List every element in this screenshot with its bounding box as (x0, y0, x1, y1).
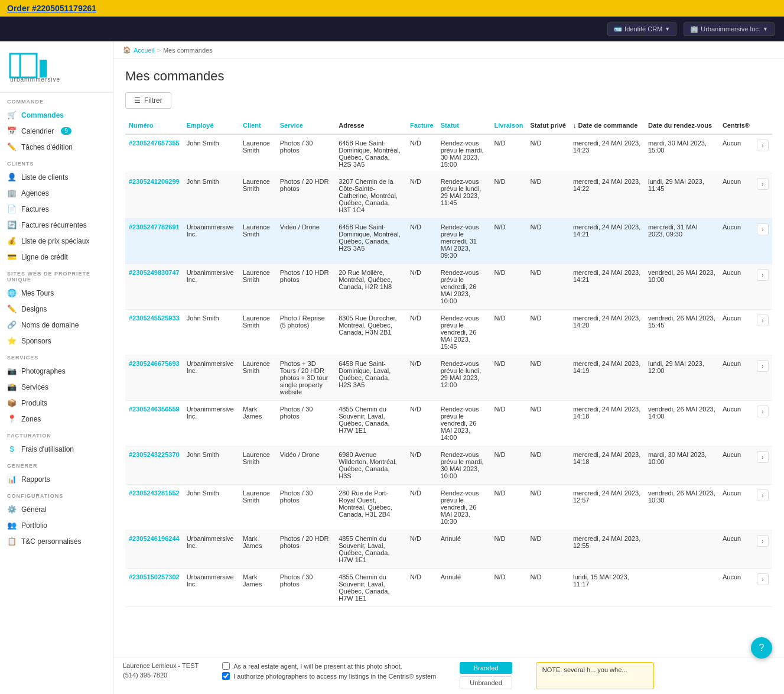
row-arrow-button[interactable]: › (757, 140, 769, 151)
sidebar-item-agences[interactable]: 🏢 Agences (0, 185, 113, 201)
sidebar-item-liste-prix[interactable]: 💰 Liste de prix spéciaux (0, 233, 113, 249)
sidebar: urbanimmersive COMMANDE 🛒 Commandes 📅 Ca… (0, 41, 113, 694)
row-arrow-button[interactable]: › (757, 360, 769, 372)
sidebar-item-factures-recurrentes[interactable]: 🔄 Factures récurrentes (0, 217, 113, 233)
sidebar-item-liste-clients[interactable]: 👤 Liste de clients (0, 169, 113, 185)
row-arrow-button[interactable]: › (757, 535, 769, 547)
row-arrow-button[interactable]: › (757, 406, 769, 417)
sidebar-item-commandes[interactable]: 🛒 Commandes (0, 107, 113, 123)
cell-service: Photos / 30 photos (276, 134, 335, 173)
cell-service: Photos / 30 photos (276, 485, 335, 530)
sidebar-item-mes-tours[interactable]: 🌐 Mes Tours (0, 285, 113, 301)
table-row: #2305247782691Urbanimmersive Inc.Laurenc… (125, 219, 772, 264)
cell-statut-prive: N/D (526, 173, 570, 219)
sidebar-item-frais[interactable]: $ Frais d'utilisation (0, 441, 113, 457)
row-arrow-button[interactable]: › (757, 223, 769, 235)
sidebar-item-rapports[interactable]: 📊 Rapports (0, 471, 113, 487)
sidebar-item-general[interactable]: ⚙️ Général (0, 501, 113, 517)
cell-date-rdv: lundi, 29 MAI 2023, 12:00 (645, 355, 719, 401)
row-arrow-button[interactable]: › (757, 451, 769, 463)
sidebar-item-photographes[interactable]: 📷 Photographes (0, 363, 113, 379)
col-livraison: Livraison (491, 117, 527, 134)
recurring-icon: 🔄 (7, 220, 17, 229)
building-icon: 🏢 (7, 189, 17, 197)
col-action (753, 117, 772, 134)
sidebar-item-designs[interactable]: ✏️ Designs (0, 301, 113, 317)
sidebar-label-produits: Produits (21, 399, 47, 407)
report-icon: 📊 (7, 475, 17, 484)
sidebar-item-tc[interactable]: 📋 T&C personnalisés (0, 533, 113, 549)
cell-statut-prive: N/D (526, 446, 570, 485)
sidebar-item-taches[interactable]: ✏️ Tâches d'édition (0, 139, 113, 155)
cell-centris: Aucun (719, 264, 753, 310)
table-row: #2305243225370John SmithLaurence SmithVi… (125, 446, 772, 485)
company-button[interactable]: 🏢 Urbanimmersive Inc. ▼ (684, 22, 775, 36)
identite-crm-button[interactable]: 🪪 Identité CRM ▼ (607, 22, 676, 36)
products-icon: 📦 (7, 398, 17, 407)
present-checkbox[interactable] (222, 662, 230, 670)
cell-facture: N/D (406, 446, 437, 485)
cell-date-rdv: vendredi, 26 MAI 2023, 10:30 (645, 485, 719, 530)
sidebar-item-calendrier[interactable]: 📅 Calendrier 9 (0, 123, 113, 139)
cell-statut: Rendez-vous prévu le vendredi, 26 MAI 20… (437, 264, 491, 310)
row-arrow-button[interactable]: › (757, 269, 769, 281)
sidebar-label-mes-tours: Mes Tours (21, 289, 54, 297)
sidebar-item-portfolio[interactable]: 👥 Portfolio (0, 517, 113, 533)
cell-numero: #2305150257302 (125, 569, 183, 607)
col-date-rdv: Date du rendez-vous (645, 117, 719, 134)
cell-action: › (753, 530, 772, 569)
row-arrow-button[interactable]: › (757, 573, 769, 585)
sidebar-label-zones: Zones (21, 415, 41, 423)
branded-section: Branded Unbranded (460, 662, 512, 689)
branded-button[interactable]: Branded (460, 662, 512, 674)
sidebar-item-services[interactable]: 📸 Services (0, 379, 113, 395)
cell-date-commande: mercredi, 24 MAI 2023, 14:18 (570, 401, 645, 446)
row-arrow-button[interactable]: › (757, 178, 769, 190)
row-arrow-button[interactable]: › (757, 314, 769, 326)
sidebar-item-factures[interactable]: 📄 Factures (0, 201, 113, 217)
cell-employe: Urbanimmersive Inc. (183, 569, 239, 607)
price-icon: 💰 (7, 236, 17, 245)
row-arrow-button[interactable]: › (757, 489, 769, 501)
authorize-checkbox[interactable] (222, 672, 230, 680)
sidebar-item-zones[interactable]: 📍 Zones (0, 411, 113, 427)
star-icon: ⭐ (7, 336, 17, 345)
tc-icon: 📋 (7, 537, 17, 546)
table-body: #2305247657355John SmithLaurence SmithPh… (125, 134, 772, 607)
section-clients-label: CLIENTS (0, 155, 113, 169)
sidebar-item-produits[interactable]: 📦 Produits (0, 395, 113, 411)
cell-client: Laurence Smith (239, 310, 276, 355)
checkbox-row-2: I authorize photographers to access my l… (222, 672, 436, 680)
sidebar-label-tc: T&C personnalisés (21, 537, 81, 546)
sidebar-label-calendrier: Calendrier (21, 127, 54, 135)
cell-client: Mark James (239, 401, 276, 446)
cell-employe: John Smith (183, 485, 239, 530)
cell-statut: Rendez-vous prévu le mardi, 30 MAI 2023,… (437, 446, 491, 485)
cell-service: Vidéo / Drone (276, 446, 335, 485)
checkboxes-col: As a real estate agent, I will be presen… (222, 662, 436, 689)
filter-button[interactable]: ☰ Filtrer (125, 92, 171, 109)
sidebar-item-sponsors[interactable]: ⭐ Sponsors (0, 333, 113, 349)
cell-statut-prive: N/D (526, 569, 570, 607)
cell-service: Photos + 3D Tours / 20 HDR photos + 3D t… (276, 355, 335, 401)
cell-adresse: 6458 Rue Saint-Dominique, Montréal, Québ… (335, 219, 406, 264)
sidebar-label-agences: Agences (21, 189, 49, 197)
help-fab[interactable]: ? (751, 637, 772, 659)
sidebar-item-noms-domaine[interactable]: 🔗 Noms de domaine (0, 317, 113, 333)
cell-centris: Aucun (719, 219, 753, 264)
sidebar-label-sponsors: Sponsors (21, 337, 51, 345)
breadcrumb-home[interactable]: Accueil (134, 47, 154, 54)
sidebar-label-general: Général (21, 505, 47, 514)
domain-icon: 🔗 (7, 320, 17, 329)
cell-adresse: 6458 Rue Saint-Dominique, Montréal, Québ… (335, 134, 406, 173)
svg-rect-0 (10, 54, 37, 77)
sidebar-item-ligne-credit[interactable]: 💳 Ligne de crédit (0, 249, 113, 265)
cell-statut-prive: N/D (526, 485, 570, 530)
cell-facture: N/D (406, 355, 437, 401)
cell-livraison: N/D (491, 485, 527, 530)
sidebar-label-ligne-credit: Ligne de crédit (21, 253, 68, 261)
col-numero: Numéro (125, 117, 183, 134)
unbranded-button[interactable]: Unbranded (460, 676, 512, 689)
order-title[interactable]: Order #2205051179261 (7, 4, 96, 13)
svg-text:urbanimmersive: urbanimmersive (10, 76, 60, 83)
